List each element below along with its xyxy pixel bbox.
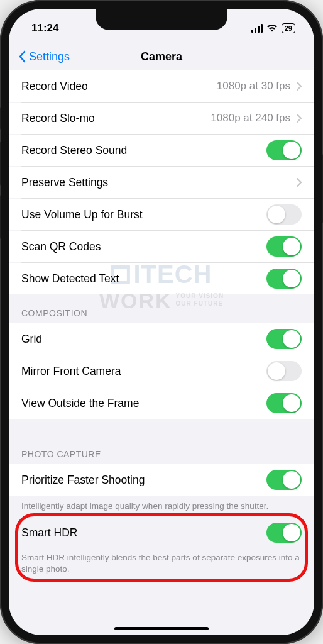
device-frame: ITECH WORK YOUR VISIONOUR FUTURE 11:24 2… <box>0 0 323 644</box>
highlight-smart-hdr: Smart HDR Smart HDR intelligently blends… <box>16 517 307 577</box>
row-preserve-settings[interactable]: Preserve Settings <box>9 167 314 198</box>
row-scan-qr: Scan QR Codes <box>9 231 314 262</box>
wifi-icon <box>266 24 278 33</box>
chevron-right-icon <box>297 82 302 91</box>
row-volume-burst: Use Volume Up for Burst <box>9 199 314 230</box>
outside-frame-toggle[interactable] <box>266 393 302 413</box>
row-label: Show Detected Text <box>21 272 260 286</box>
notch <box>96 9 227 30</box>
row-value: 1080p at 240 fps <box>211 112 290 125</box>
row-record-video[interactable]: Record Video 1080p at 30 fps <box>9 70 314 102</box>
home-indicator[interactable] <box>114 627 209 630</box>
volume-down-button <box>0 195 1 239</box>
mirror-toggle[interactable] <box>266 361 302 381</box>
row-label: Record Video <box>21 80 211 93</box>
battery-icon: 29 <box>282 23 295 33</box>
detected-text-toggle[interactable] <box>266 269 302 289</box>
row-label: Record Slo-mo <box>21 112 204 125</box>
row-label: Preserve Settings <box>21 176 290 189</box>
footer-prioritize: Intelligently adapt image quality when r… <box>9 496 314 512</box>
nav-bar: Settings Camera <box>9 43 314 70</box>
footer-smart-hdr: Smart HDR intelligently blends the best … <box>16 548 307 577</box>
mute-switch <box>0 107 1 130</box>
grid-toggle[interactable] <box>266 329 302 349</box>
row-label: Grid <box>21 333 260 346</box>
row-record-slomo[interactable]: Record Slo-mo 1080p at 240 fps <box>9 103 314 134</box>
settings-list[interactable]: Record Video 1080p at 30 fps Record Slo-… <box>9 70 314 635</box>
row-prioritize-faster: Prioritize Faster Shooting <box>9 464 314 496</box>
chevron-right-icon <box>297 114 302 123</box>
chevron-left-icon <box>19 50 26 63</box>
chevron-right-icon <box>297 178 302 187</box>
row-label: Prioritize Faster Shooting <box>21 474 260 487</box>
cellular-icon <box>251 24 263 33</box>
row-label: Scan QR Codes <box>21 240 260 253</box>
volume-burst-toggle[interactable] <box>266 204 302 225</box>
prioritize-toggle[interactable] <box>266 470 302 490</box>
row-label: View Outside the Frame <box>21 397 260 410</box>
volume-up-button <box>0 142 1 186</box>
back-button[interactable]: Settings <box>19 50 70 64</box>
row-smart-hdr: Smart HDR <box>16 517 307 548</box>
row-label: Smart HDR <box>21 526 260 540</box>
back-label: Settings <box>29 50 70 64</box>
row-detected-text: Show Detected Text <box>9 263 314 294</box>
row-value: 1080p at 30 fps <box>217 80 290 92</box>
row-mirror-front: Mirror Front Camera <box>9 355 314 387</box>
status-time: 11:24 <box>31 22 58 35</box>
scan-qr-toggle[interactable] <box>266 236 302 257</box>
row-label: Mirror Front Camera <box>21 365 260 378</box>
row-outside-frame: View Outside the Frame <box>9 387 314 419</box>
row-grid: Grid <box>9 323 314 355</box>
section-photo-capture: PHOTO CAPTURE <box>9 435 314 464</box>
row-label: Use Volume Up for Burst <box>21 208 260 221</box>
page-title: Camera <box>141 50 182 64</box>
smart-hdr-toggle[interactable] <box>266 523 302 543</box>
row-label: Record Stereo Sound <box>21 144 260 157</box>
stereo-toggle[interactable] <box>266 140 302 160</box>
section-composition: COMPOSITION <box>9 294 314 323</box>
row-stereo-sound: Record Stereo Sound <box>9 135 314 166</box>
screen: ITECH WORK YOUR VISIONOUR FUTURE 11:24 2… <box>9 9 314 635</box>
